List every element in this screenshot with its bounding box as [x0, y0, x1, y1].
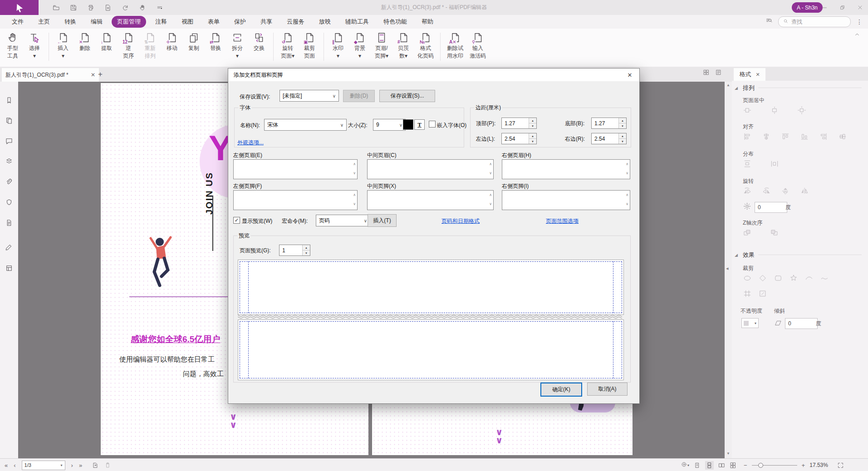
- app-logo[interactable]: [0, 0, 39, 15]
- margin-left-spinner[interactable]: 2.54▲▼: [501, 133, 537, 144]
- menu-item-转换[interactable]: 转换: [59, 16, 82, 28]
- menu-item-编辑[interactable]: 编辑: [85, 16, 108, 28]
- search-input[interactable]: 查找: [778, 16, 851, 27]
- menu-item-主页[interactable]: 主页: [33, 16, 55, 28]
- split-document-button[interactable]: 拆分▾: [226, 29, 248, 59]
- security-icon[interactable]: [5, 198, 13, 208]
- document-scrollbar[interactable]: ▲ ▼ ◂: [725, 82, 732, 458]
- crop-frame-icon[interactable]: [743, 289, 752, 298]
- insert-pages-button[interactable]: ←插入▾: [52, 29, 74, 59]
- zoom-slider[interactable]: [752, 465, 797, 466]
- swap-pages-button[interactable]: 交换: [248, 29, 270, 51]
- opacity-dropdown[interactable]: ▾: [741, 318, 759, 328]
- extract-pages-button[interactable]: ↓提取: [96, 29, 118, 51]
- restore-button[interactable]: [834, 0, 850, 15]
- cancel-button[interactable]: 取消(A): [587, 383, 628, 396]
- crop-ellipse-icon[interactable]: [743, 274, 752, 283]
- center-vertical-icon[interactable]: [770, 106, 779, 115]
- print-icon[interactable]: [87, 4, 94, 11]
- panel-page-icon[interactable]: [715, 69, 722, 78]
- menu-item-特色功能[interactable]: 特色功能: [378, 16, 412, 28]
- crop-s-curve-icon[interactable]: [820, 274, 829, 283]
- align-bottom-icon[interactable]: [800, 132, 809, 141]
- menu-item-共享[interactable]: 共享: [255, 16, 278, 28]
- margin-right-spinner[interactable]: 2.54▲▼: [591, 133, 627, 144]
- align-center-vertical-icon[interactable]: [838, 132, 847, 141]
- attachments-icon[interactable]: [5, 178, 13, 188]
- page-preview-spinner[interactable]: 1▲▼: [279, 245, 310, 256]
- crop-rounded-rect-icon[interactable]: [774, 274, 783, 283]
- delete-settings-button[interactable]: 删除(D): [343, 90, 375, 102]
- move-pages-button[interactable]: ✛移动: [161, 29, 183, 51]
- panel-collapse-icon[interactable]: ◂: [726, 265, 729, 271]
- signature-icon[interactable]: [5, 243, 13, 253]
- menu-item-视图[interactable]: 视图: [176, 16, 199, 28]
- rotate-ccw-icon[interactable]: [743, 186, 752, 196]
- appearance-options-link[interactable]: 外观选项...: [237, 139, 264, 147]
- distribute-vertical-icon[interactable]: [743, 159, 752, 168]
- delete-pages-button[interactable]: ✕删除: [74, 29, 96, 51]
- section-caret-icon[interactable]: ◢: [735, 86, 738, 90]
- rotate-pages-button[interactable]: ↺旋转页面▾: [277, 29, 299, 59]
- bring-forward-icon[interactable]: [743, 228, 752, 237]
- save-settings-button[interactable]: 保存设置(S)...: [379, 90, 435, 102]
- document-tab[interactable]: 新人引导(1)_OCR(3).pdf * ✕: [2, 68, 99, 82]
- page-date-format-link[interactable]: 页码和日期格式: [441, 217, 480, 225]
- facing-view-icon[interactable]: [718, 462, 725, 469]
- hand-tool-button[interactable]: 手型工具: [2, 29, 24, 59]
- insert-macro-button[interactable]: 插入(T): [368, 214, 397, 227]
- find-options-icon[interactable]: [765, 17, 773, 26]
- facing-continuous-view-icon[interactable]: [730, 462, 736, 469]
- background-button[interactable]: ◆背景▾: [349, 29, 371, 59]
- menu-item-页面管理[interactable]: 页面管理: [112, 16, 146, 28]
- snapshot-icon[interactable]: [92, 462, 98, 469]
- crop-swoosh-icon[interactable]: [804, 274, 814, 283]
- scroll-up-icon[interactable]: ▲: [726, 83, 730, 87]
- customize-icon[interactable]: [156, 4, 163, 11]
- enter-activation-code-button[interactable]: ⚲输入激活码: [466, 29, 489, 59]
- remove-trial-watermark-button[interactable]: A✕删除试用水印: [444, 29, 466, 59]
- center-horizontal-icon[interactable]: [743, 106, 752, 115]
- margin-top-spinner[interactable]: 1.27▲▼: [501, 118, 537, 129]
- crop-edit-icon[interactable]: [758, 289, 767, 298]
- clipboard-icon[interactable]: [104, 462, 111, 469]
- header-footer-button[interactable]: 页眉/页脚▾: [371, 29, 392, 59]
- menu-item-保护[interactable]: 保护: [229, 16, 251, 28]
- skew-input[interactable]: 0: [785, 318, 818, 329]
- copy-pages-button[interactable]: 复制: [183, 29, 205, 51]
- redo-icon[interactable]: [122, 4, 129, 11]
- font-size-select[interactable]: 9∨: [373, 119, 406, 131]
- last-page-icon[interactable]: »: [79, 462, 82, 469]
- reverse-pages-button[interactable]: 12逆页序: [118, 29, 139, 59]
- align-center-horizontal-icon[interactable]: [762, 132, 771, 141]
- menu-item-辅助工具[interactable]: 辅助工具: [340, 16, 374, 28]
- section-caret-icon[interactable]: ◢: [735, 253, 738, 257]
- skew-icon[interactable]: [774, 319, 782, 327]
- thumbnails-icon[interactable]: [5, 117, 13, 127]
- macro-select[interactable]: 页码∨: [316, 215, 370, 226]
- menu-item-表单[interactable]: 表单: [202, 16, 225, 28]
- replace-pages-button[interactable]: ⇄替换: [205, 29, 226, 51]
- close-button[interactable]: [852, 0, 868, 15]
- rotate-angle-gear-icon[interactable]: [743, 202, 751, 211]
- rotate-cw-icon[interactable]: [762, 186, 771, 196]
- format-tab-close-icon[interactable]: ✕: [755, 72, 760, 78]
- zoom-out-icon[interactable]: −: [744, 462, 747, 469]
- new-page-icon[interactable]: [104, 4, 112, 11]
- minimize-button[interactable]: [816, 0, 833, 15]
- single-page-view-icon[interactable]: [694, 462, 701, 469]
- underline-button[interactable]: T: [414, 119, 425, 130]
- page-range-options-link[interactable]: 页面范围选项: [546, 217, 579, 225]
- margin-bottom-spinner[interactable]: 1.27▲▼: [591, 118, 627, 129]
- tab-close-icon[interactable]: ✕: [91, 72, 95, 78]
- align-left-icon[interactable]: [743, 132, 752, 141]
- more-menu-icon[interactable]: ⋮: [856, 18, 863, 25]
- header-center-textarea[interactable]: ∧∨: [367, 159, 494, 179]
- rearrange-pages-button[interactable]: ⇅重新排列: [139, 29, 161, 59]
- embed-font-checkbox[interactable]: [429, 121, 436, 128]
- crop-pages-button[interactable]: ▣裁剪页面: [299, 29, 320, 59]
- font-name-select[interactable]: 宋体∨: [264, 119, 347, 131]
- footer-left-textarea[interactable]: ∧∨: [233, 190, 358, 210]
- font-color-swatch[interactable]: [403, 119, 413, 130]
- panel-grid-icon[interactable]: [703, 69, 710, 78]
